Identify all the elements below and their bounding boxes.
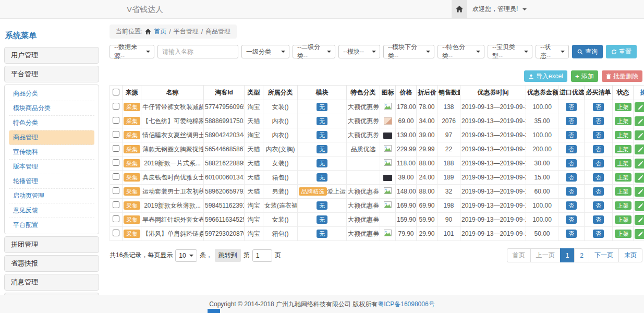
name-search-input[interactable] xyxy=(157,45,238,58)
page-button[interactable]: 1 xyxy=(560,248,575,262)
edit-button[interactable] xyxy=(635,229,644,239)
source-cell: 采集 xyxy=(123,213,141,227)
filter-select[interactable]: --模块-- xyxy=(338,45,380,58)
edit-button[interactable] xyxy=(635,187,644,197)
filter-select[interactable]: --数据来源-- xyxy=(110,45,154,58)
edit-button[interactable] xyxy=(635,116,644,126)
row-checkbox[interactable] xyxy=(113,131,119,138)
sidebar-subitem[interactable]: 宣传物料 xyxy=(9,145,94,160)
reset-button[interactable]: 重置 xyxy=(606,45,637,58)
edit-button[interactable] xyxy=(635,130,644,140)
row-checkbox[interactable] xyxy=(113,103,119,110)
sidebar-subitem[interactable]: 商品管理 xyxy=(9,130,94,145)
page-button[interactable]: 2 xyxy=(574,248,589,262)
sidebar-section[interactable]: 省惠快报 xyxy=(4,255,99,272)
row-checkbox[interactable] xyxy=(113,215,119,222)
status-badge[interactable]: 上架 xyxy=(615,187,631,196)
no-badge[interactable]: 否 xyxy=(593,145,604,154)
status-badge[interactable]: 上架 xyxy=(615,145,631,154)
status-badge[interactable]: 上架 xyxy=(615,131,631,140)
status-badge[interactable]: 上架 xyxy=(615,173,631,182)
search-button[interactable]: 查询 xyxy=(572,45,603,58)
edit-button[interactable] xyxy=(635,201,644,211)
filter-select[interactable]: 一级分类 xyxy=(241,45,289,58)
row-checkbox[interactable] xyxy=(113,117,119,124)
add-button[interactable]: + 添加 xyxy=(571,70,598,82)
filter-select[interactable]: --模块下分类-- xyxy=(383,45,434,58)
status-badge[interactable]: 上架 xyxy=(615,201,631,210)
status-badge[interactable]: 上架 xyxy=(615,215,631,224)
filter-select[interactable]: --状态-- xyxy=(536,45,569,58)
import-excel-button[interactable]: 导入excel xyxy=(524,70,567,82)
no-badge[interactable]: 否 xyxy=(566,159,577,168)
no-badge[interactable]: 否 xyxy=(566,117,577,126)
jump-suffix: 页 xyxy=(275,251,281,260)
sidebar-subitem[interactable]: 启动页管理 xyxy=(9,189,94,203)
no-badge[interactable]: 否 xyxy=(593,187,604,196)
no-badge[interactable]: 否 xyxy=(566,103,577,112)
no-badge[interactable]: 否 xyxy=(593,230,604,238)
sidebar-subitem[interactable]: 平台配置 xyxy=(9,218,94,232)
filter-select[interactable]: --二级分类-- xyxy=(293,45,335,58)
row-checkbox[interactable] xyxy=(113,173,119,180)
row-checkbox[interactable] xyxy=(113,187,119,194)
no-badge[interactable]: 否 xyxy=(566,215,577,224)
edit-button[interactable] xyxy=(635,145,644,154)
sidebar-section[interactable]: 平台管理 xyxy=(4,66,99,82)
status-badge[interactable]: 上架 xyxy=(615,230,631,238)
sidebar-subitem[interactable]: 轮播管理 xyxy=(9,174,94,189)
no-badge[interactable]: 否 xyxy=(566,131,577,140)
sidebar-subitem[interactable]: 版本管理 xyxy=(9,160,94,174)
page-number-input[interactable] xyxy=(252,249,272,262)
row-checkbox[interactable] xyxy=(113,201,119,208)
filter-select[interactable]: --特色分类-- xyxy=(438,45,484,58)
jump-button[interactable]: 跳转到 xyxy=(215,249,241,262)
row-checkbox[interactable] xyxy=(113,230,119,236)
table-row: 采集早春网红针织外套女春...596611634525淘宝女装()无大额优惠券1… xyxy=(110,213,644,227)
no-badge[interactable]: 否 xyxy=(593,131,604,140)
sidebar-section[interactable]: 用户管理 xyxy=(4,47,99,64)
page-size-select[interactable]: 10 xyxy=(175,249,197,262)
no-badge[interactable]: 否 xyxy=(593,215,604,224)
breadcrumb-home-link[interactable]: 首页 xyxy=(154,27,166,36)
page-button[interactable]: 下一页 xyxy=(589,248,619,262)
sidebar-subitem[interactable]: 意见反馈 xyxy=(9,203,94,218)
page-button[interactable]: 末页 xyxy=(618,248,642,262)
icp-link[interactable]: 粤ICP备16098006号 xyxy=(378,300,434,308)
edit-button[interactable] xyxy=(635,102,644,112)
sidebar-subitem[interactable]: 特色分类 xyxy=(9,116,94,130)
row-checkbox[interactable] xyxy=(113,145,119,152)
sales-cell: 90 xyxy=(438,213,460,227)
user-menu[interactable]: 欢迎您，管理员! xyxy=(472,0,527,18)
edit-button[interactable] xyxy=(635,159,644,168)
image-placeholder-icon xyxy=(384,187,392,194)
page-button[interactable]: 上一页 xyxy=(530,248,561,262)
no-badge[interactable]: 否 xyxy=(593,201,604,210)
no-badge[interactable]: 否 xyxy=(593,173,604,182)
sidebar-subitem[interactable]: 商品分类 xyxy=(9,87,94,101)
filter-select[interactable]: --宝贝类型-- xyxy=(488,45,532,58)
no-badge[interactable]: 否 xyxy=(566,173,577,182)
no-badge[interactable]: 否 xyxy=(566,201,577,210)
status-badge[interactable]: 上架 xyxy=(615,103,631,112)
edit-button[interactable] xyxy=(635,173,644,183)
status-badge[interactable]: 上架 xyxy=(615,117,631,126)
no-badge[interactable]: 否 xyxy=(566,230,577,238)
select-all-checkbox[interactable] xyxy=(113,89,119,95)
home-button[interactable] xyxy=(452,0,467,18)
no-badge[interactable]: 否 xyxy=(593,103,604,112)
sidebar-subitem[interactable]: 模块商品分类 xyxy=(9,101,94,116)
no-badge[interactable]: 否 xyxy=(593,117,604,126)
pagination: 共16条记录，每页显示 10 条， 跳转到 第 页 首页上一页12下一页末页 xyxy=(110,248,642,262)
edit-button[interactable] xyxy=(635,215,644,225)
status-badge[interactable]: 上架 xyxy=(615,159,631,168)
ops-cell xyxy=(634,185,644,199)
no-badge[interactable]: 否 xyxy=(566,187,577,196)
sidebar-section[interactable]: 消息管理 xyxy=(4,274,99,291)
row-checkbox[interactable] xyxy=(113,159,119,166)
no-badge[interactable]: 否 xyxy=(566,145,577,154)
page-button[interactable]: 首页 xyxy=(507,248,531,262)
no-badge[interactable]: 否 xyxy=(593,159,604,168)
sidebar-section[interactable]: 拼团管理 xyxy=(4,236,99,253)
batch-delete-button[interactable]: 批量删除 xyxy=(602,70,642,82)
